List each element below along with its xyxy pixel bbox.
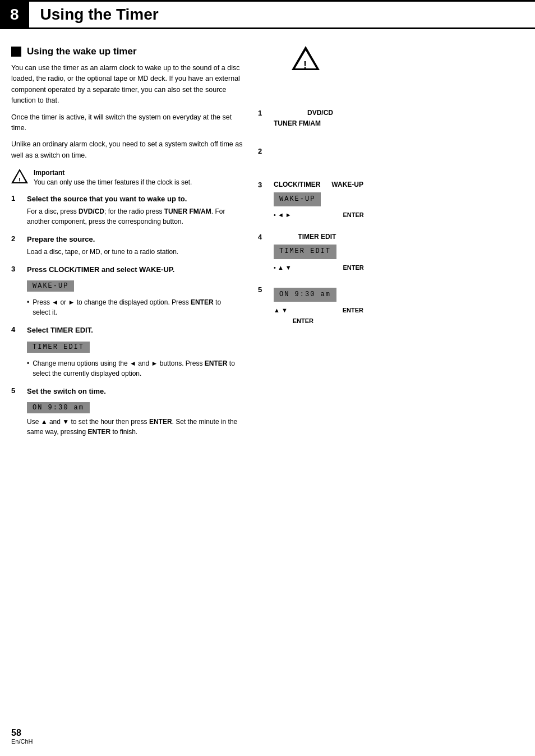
step-2-title: Prepare the source. xyxy=(27,234,247,245)
step-1: 1 Select the source that you want to wak… xyxy=(11,194,247,227)
right-step-3-body: CLOCK/TIMER WAKE-UP WAKE-UP • ◄ ► ENTER xyxy=(274,179,524,221)
right-step-2: 2 xyxy=(258,146,524,156)
page-number: 58 xyxy=(11,728,33,738)
step-3-lcd: WAKE-UP xyxy=(27,280,74,292)
step-2-number: 2 xyxy=(11,234,20,243)
right-step-4-content: TIMER EDIT TIMER EDIT • ▲ ▼ ENTER xyxy=(274,232,524,273)
section-title: Using the wake up timer xyxy=(27,46,137,57)
right-column: ! 1 DVD/CD TUNER FM/AM 2 3 xyxy=(258,46,524,445)
right-step-3: 3 CLOCK/TIMER WAKE-UP WAKE-UP • ◄ ► ENTE… xyxy=(258,179,524,221)
right-step-2-content xyxy=(274,146,524,156)
right-step-5: 5 ON 9:30 am ▲ ▼ ENTER ENTER xyxy=(258,284,524,327)
right-step-3-number: 3 xyxy=(258,181,267,189)
page-header: 8 Using the Timer xyxy=(0,0,535,29)
right-step-5-lcd: ON 9:30 am xyxy=(274,288,336,302)
right-step-1-number: 1 xyxy=(258,109,267,117)
important-label: Important xyxy=(34,169,247,177)
warning-icon: ! xyxy=(11,169,28,186)
important-content: Important You can only use the timer fea… xyxy=(34,169,247,187)
left-column: Using the wake up timer You can use the … xyxy=(11,46,247,445)
chapter-title: Using the Timer xyxy=(29,0,535,29)
step-4-title: Select TIMER EDIT. xyxy=(27,325,247,335)
step-3-bullet: • Press ◄ or ► to change the displayed o… xyxy=(27,297,247,317)
step-4-number: 4 xyxy=(11,325,20,334)
step-4-lcd: TIMER EDIT xyxy=(27,342,90,353)
step-2: 2 Prepare the source. Load a disc, tape,… xyxy=(11,234,247,257)
section-square-icon xyxy=(11,47,21,57)
chapter-number: 8 xyxy=(0,0,29,29)
step-5-lcd: ON 9:30 am xyxy=(27,402,90,413)
step-3-title: Press CLOCK/TIMER and select WAKE-UP. xyxy=(27,265,247,275)
important-text: You can only use the timer features if t… xyxy=(34,178,247,187)
right-step-2-number: 2 xyxy=(258,147,267,155)
right-warning-icon-area: ! xyxy=(292,46,524,74)
right-step-4: 4 TIMER EDIT TIMER EDIT • ▲ ▼ ENTER xyxy=(258,232,524,273)
step-1-number: 1 xyxy=(11,194,20,202)
right-step-5-content: ON 9:30 am ▲ ▼ ENTER ENTER xyxy=(274,284,524,327)
step-4-bullet: • Change menu options using the ◄ and ► … xyxy=(27,358,247,379)
intro-para-1: You can use the timer as an alarm clock … xyxy=(11,63,247,107)
page-lang: En/ChH xyxy=(11,738,33,745)
right-step-5-body: ON 9:30 am ▲ ▼ ENTER ENTER xyxy=(274,284,524,327)
right-step-1-body: DVD/CD TUNER FM/AM xyxy=(274,108,524,129)
step-4-content: Select TIMER EDIT. TIMER EDIT • Change m… xyxy=(27,325,247,378)
intro-para-3: Unlike an ordinary alarm clock, you need… xyxy=(11,139,247,161)
right-warning-icon: ! xyxy=(292,46,320,74)
intro-para-2: Once the timer is active, it will switch… xyxy=(11,112,247,134)
right-step-4-lcd: TIMER EDIT xyxy=(274,245,336,259)
step-3: 3 Press CLOCK/TIMER and select WAKE-UP. … xyxy=(11,265,247,317)
right-step-3-lcd: WAKE-UP xyxy=(274,192,321,206)
step-3-content: Press CLOCK/TIMER and select WAKE-UP. WA… xyxy=(27,265,247,317)
right-step-1-content: DVD/CD TUNER FM/AM xyxy=(274,108,524,129)
step-5-title: Set the switch on time. xyxy=(27,386,247,397)
right-step-1: 1 DVD/CD TUNER FM/AM xyxy=(258,108,524,129)
right-step-2-body xyxy=(274,146,524,156)
right-step-5-number: 5 xyxy=(258,285,267,294)
right-step-3-content: CLOCK/TIMER WAKE-UP WAKE-UP • ◄ ► ENTER xyxy=(274,179,524,221)
important-box: ! Important You can only use the timer f… xyxy=(11,169,247,187)
right-step-4-number: 4 xyxy=(258,233,267,241)
page-footer: 58 En/ChH xyxy=(11,728,33,745)
step-5: 5 Set the switch on time. ON 9:30 am Use… xyxy=(11,386,247,437)
step-2-body: Load a disc, tape, or MD, or tune to a r… xyxy=(27,247,247,257)
step-1-content: Select the source that you want to wake … xyxy=(27,194,247,227)
step-4: 4 Select TIMER EDIT. TIMER EDIT • Change… xyxy=(11,325,247,378)
step-3-number: 3 xyxy=(11,265,20,273)
step-5-body: Use ▲ and ▼ to set the hour then press E… xyxy=(27,417,247,437)
step-5-number: 5 xyxy=(11,386,20,395)
step-1-body: For a disc, press DVD/CD; for the radio … xyxy=(27,206,247,227)
right-step-4-body: TIMER EDIT TIMER EDIT • ▲ ▼ ENTER xyxy=(274,232,524,273)
step-1-title: Select the source that you want to wake … xyxy=(27,194,247,204)
section-heading: Using the wake up timer xyxy=(11,46,247,57)
step-5-content: Set the switch on time. ON 9:30 am Use ▲… xyxy=(27,386,247,437)
step-2-content: Prepare the source. Load a disc, tape, o… xyxy=(27,234,247,257)
